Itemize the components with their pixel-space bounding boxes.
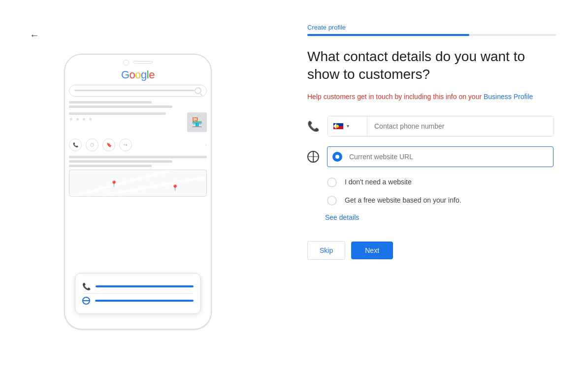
store-icon: 🏪 [192, 117, 202, 128]
mock-line [69, 156, 207, 158]
progress-label: Create profile [307, 24, 556, 31]
map-mock: 📍 📍 [69, 170, 207, 197]
left-panel: ← Google [0, 0, 276, 383]
next-button[interactable]: Next [351, 242, 393, 259]
progress-bar-fill [307, 34, 469, 36]
back-button[interactable]: ← [30, 30, 39, 41]
country-selector[interactable]: ▾ [328, 116, 367, 136]
progress-bar-container [307, 34, 556, 36]
mock-line [69, 165, 152, 167]
mock-line [69, 112, 166, 115]
progress-section: Create profile [307, 24, 556, 36]
globe-icon [307, 151, 319, 163]
website-url-input[interactable] [347, 147, 553, 167]
free-website-label: Get a free website based on your info. [345, 195, 461, 206]
globe-contact-icon [82, 297, 90, 305]
star-icon: ★ [75, 116, 80, 122]
star-icon: ★ [82, 116, 86, 122]
web-contact-row [82, 293, 194, 308]
search-bar-mock [69, 85, 207, 97]
ph-flag-icon [333, 123, 344, 130]
chevron-right-icon: › [205, 141, 207, 148]
phone-contact-icon: 📞 [82, 282, 91, 290]
phone-number-input[interactable] [367, 116, 554, 136]
phone-icon: 📞 [307, 120, 320, 132]
search-icon [195, 87, 201, 94]
phone-bottom-card: 📞 [75, 273, 201, 314]
no-website-option-row: I don't need a website [307, 177, 556, 187]
phone-top-bar [65, 55, 211, 69]
google-logo: Google [69, 69, 207, 81]
phone-speaker [133, 61, 153, 64]
phone-camera [123, 60, 129, 66]
share-action-icon: ↪ [119, 139, 132, 151]
business-image: 🏪 [187, 112, 207, 132]
right-panel: Create profile What contact details do y… [276, 0, 588, 383]
business-card-mock: ★ ★ ★ ★ 🏪 [69, 112, 207, 132]
web-contact-line [95, 300, 194, 302]
phone-field-row: 📞 ▾ [307, 116, 556, 137]
call-action-icon: 📞 [69, 139, 82, 151]
star-icon: ★ [69, 116, 73, 122]
website-field-row [307, 146, 556, 167]
flag-sun [336, 125, 339, 128]
phone-contact-line [96, 285, 194, 287]
stars-row: ★ ★ ★ ★ [69, 116, 183, 122]
phone-mockup: Google ★ ★ ★ ★ [64, 54, 212, 330]
directions-action-icon: ⬡ [86, 139, 98, 151]
free-website-option-row: Get a free website based on your info. [307, 195, 556, 206]
phone-input-group[interactable]: ▾ [327, 116, 554, 137]
free-website-radio[interactable] [327, 196, 337, 206]
search-bar-line [74, 90, 195, 91]
dropdown-arrow-icon: ▾ [347, 123, 349, 129]
subtitle: Help customers get in touch by including… [307, 92, 556, 102]
business-profile-link[interactable]: Business Profile [484, 93, 533, 101]
main-heading: What contact details do you want to show… [307, 48, 556, 84]
action-icons-row: 📞 ⬡ 🔖 ↪ › [69, 139, 207, 151]
mock-line [69, 101, 152, 104]
map-road [71, 170, 204, 197]
map-pin-icon: 📍 [110, 180, 118, 187]
website-radio-selected[interactable] [332, 152, 342, 162]
button-row: Skip Next [307, 241, 556, 260]
no-website-radio[interactable] [327, 177, 337, 187]
star-icon: ★ [88, 116, 93, 122]
mock-line [69, 160, 172, 163]
website-input-group[interactable] [327, 146, 554, 167]
google-logo-text: Google [121, 69, 155, 81]
mock-result-lines [69, 101, 207, 108]
subtitle-text: Help customers get in touch by including… [307, 93, 484, 101]
see-details-link[interactable]: See details [325, 213, 556, 221]
save-action-icon: 🔖 [102, 139, 115, 151]
no-website-label: I don't need a website [345, 177, 412, 187]
mock-line [69, 105, 172, 108]
skip-button[interactable]: Skip [307, 241, 345, 260]
phone-contact-row: 📞 [82, 279, 194, 293]
radio-inner [335, 155, 339, 159]
mock-text-lines [69, 156, 207, 167]
map-pin2-icon: 📍 [171, 184, 179, 191]
business-info: ★ ★ ★ ★ [69, 112, 183, 132]
